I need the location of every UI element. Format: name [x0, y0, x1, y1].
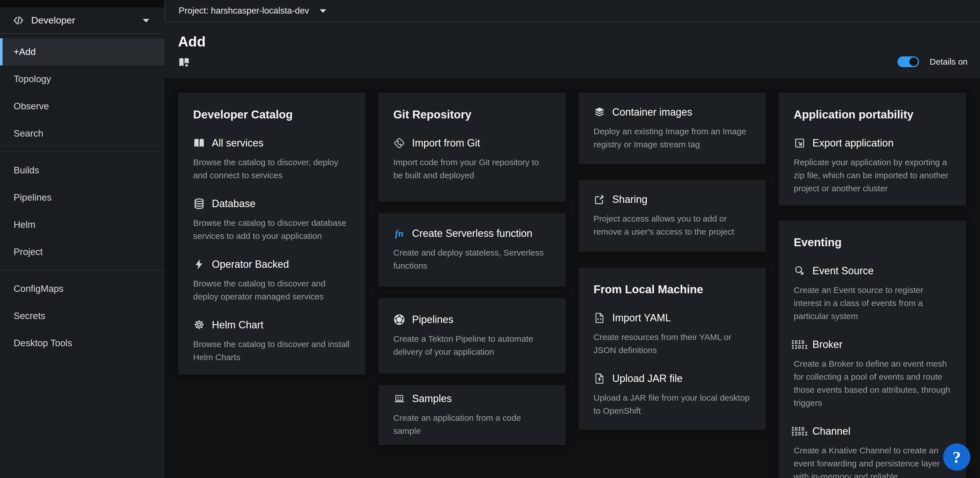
card-title-application-portability: Application portability	[794, 108, 951, 121]
sidebar-item-topology[interactable]: Topology	[0, 65, 164, 93]
cards-column-2: Git Repository Import from Git Import co…	[378, 93, 566, 445]
item-title: Channel	[812, 425, 850, 437]
question-icon: ?	[953, 448, 961, 467]
item-samples[interactable]: Samples Create an application from a cod…	[393, 393, 551, 437]
project-switcher[interactable]: Project: harshcasper-localsta-dev	[179, 5, 329, 17]
database-icon	[193, 198, 205, 210]
item-title: Samples	[412, 393, 452, 405]
item-import-from-git[interactable]: Import from Git Import code from your Gi…	[393, 137, 551, 182]
item-upload-jar-file[interactable]: Upload JAR file Upload a JAR file from y…	[593, 373, 751, 418]
file-code-icon	[593, 312, 605, 324]
card-title-git-repository: Git Repository	[393, 108, 551, 121]
item-title: Import from Git	[412, 137, 480, 149]
item-operator-backed[interactable]: Operator Backed Browse the catalog to di…	[193, 259, 350, 303]
item-import-yaml[interactable]: Import YAML Create resources from their …	[593, 312, 751, 357]
item-title: Database	[212, 198, 256, 210]
page-header: Add Details on	[164, 22, 980, 78]
add-cards-grid: Developer Catalog All services Browse th…	[164, 78, 980, 478]
sidebar-item-project[interactable]: Project	[0, 238, 164, 265]
item-database[interactable]: Database Browse the catalog to discover …	[193, 198, 350, 243]
card-eventing: Eventing Event Source Create an Event so…	[779, 221, 966, 478]
card-git-repository: Git Repository Import from Git Import co…	[378, 93, 566, 202]
page-content: Add Details on Developer Catalog Al	[164, 22, 980, 478]
cards-column-4: Application portability Export applicati…	[779, 93, 966, 478]
item-broker[interactable]: IOIO IIOII Broker Create a Broker to def…	[794, 338, 951, 410]
binary-icon: IOIO IIOII	[794, 425, 806, 437]
item-container-images[interactable]: Container images Deploy an existing Imag…	[593, 106, 751, 151]
project-switcher-label: Project: harshcasper-localsta-dev	[179, 6, 309, 16]
sidebar-top-strip	[0, 0, 164, 7]
item-title: Pipelines	[412, 314, 453, 326]
item-helm-chart[interactable]: ☸ Helm Chart Browse the catalog to disco…	[193, 319, 350, 364]
item-description: Browse the catalog to discover, deploy a…	[193, 156, 350, 182]
item-description: Upload a JAR file from your local deskto…	[593, 391, 751, 418]
sidebar-item-builds[interactable]: Builds	[0, 157, 164, 184]
item-description: Create resources from their YAML or JSON…	[593, 331, 751, 357]
helm-icon: ☸	[193, 319, 205, 331]
nav-group-main: +Add Topology Observe Search	[0, 34, 164, 152]
item-event-source[interactable]: Event Source Create an Event source to r…	[794, 265, 951, 323]
card-application-portability: Application portability Export applicati…	[779, 93, 966, 206]
layers-icon	[593, 106, 605, 118]
item-title: Broker	[812, 338, 842, 351]
details-toggle-knob	[909, 57, 918, 66]
sidebar-item-secrets[interactable]: Secrets	[0, 302, 164, 330]
nav-group-config: ConfigMaps Secrets Desktop Tools	[0, 270, 164, 361]
item-all-services[interactable]: All services Browse the catalog to disco…	[193, 137, 350, 182]
sidebar-item-search[interactable]: Search	[0, 120, 164, 147]
sidebar-item-configmaps[interactable]: ConfigMaps	[0, 275, 164, 302]
perspective-switcher[interactable]: Developer	[0, 7, 164, 34]
file-upload-icon	[593, 373, 605, 384]
item-title: Event Source	[812, 265, 873, 277]
binary-icon: IOIO IIOII	[794, 338, 806, 351]
item-description: Create a Broker to define an event mesh …	[794, 357, 951, 410]
item-sharing[interactable]: Sharing Project access allows you to add…	[593, 194, 751, 238]
sidebar-item-desktop-tools[interactable]: Desktop Tools	[0, 330, 164, 357]
item-create-serverless-function[interactable]: fn Create Serverless function Create and…	[393, 227, 551, 272]
code-icon	[13, 14, 24, 26]
cards-column-1: Developer Catalog All services Browse th…	[178, 93, 366, 375]
share-icon	[593, 194, 605, 205]
card-title-from-local-machine: From Local Machine	[593, 283, 751, 296]
item-description: Import code from your Git repository to …	[393, 156, 551, 182]
details-toggle-row: Details on	[897, 56, 967, 68]
sidebar: Developer +Add Topology Observe Search B…	[0, 0, 164, 478]
item-title: Sharing	[612, 194, 648, 205]
function-icon: fn	[393, 227, 405, 240]
item-title: Import YAML	[612, 312, 671, 324]
card-title-developer-catalog: Developer Catalog	[193, 108, 350, 121]
item-description: Browse the catalog to discover and insta…	[193, 338, 350, 364]
card-from-local-machine: From Local Machine Import YAML Create re…	[579, 267, 766, 430]
item-description: Create and deploy stateless, Serverless …	[393, 246, 551, 272]
item-export-application[interactable]: Export application Replicate your applic…	[794, 137, 951, 195]
item-channel[interactable]: IOIO IIOII Channel Create a Knative Chan…	[794, 425, 951, 478]
nav-group-resources: Builds Pipelines Helm Project	[0, 152, 164, 270]
topbar: Project: harshcasper-localsta-dev	[164, 0, 980, 22]
details-toggle[interactable]	[897, 56, 919, 67]
item-title: Operator Backed	[212, 259, 289, 270]
event-source-icon	[794, 265, 806, 277]
sidebar-item-add[interactable]: +Add	[0, 38, 164, 65]
item-description: Create a Tekton Pipeline to automate del…	[393, 332, 551, 359]
sidebar-item-observe[interactable]: Observe	[0, 93, 164, 120]
book-plus-icon	[178, 56, 190, 68]
item-pipelines[interactable]: Pipelines Create a Tekton Pipeline to au…	[393, 314, 551, 359]
item-description: Create a Knative Channel to create an ev…	[794, 444, 951, 478]
card-sharing: Sharing Project access allows you to add…	[579, 180, 766, 252]
samples-icon	[393, 393, 405, 405]
perspective-name: Developer	[31, 15, 75, 26]
item-title: Create Serverless function	[412, 227, 532, 240]
sidebar-item-pipelines[interactable]: Pipelines	[0, 184, 164, 211]
help-button[interactable]: ?	[943, 443, 970, 471]
git-icon	[393, 137, 405, 149]
item-title: All services	[212, 137, 263, 149]
bolt-icon	[193, 259, 205, 270]
card-container-images: Container images Deploy an existing Imag…	[579, 93, 766, 164]
item-title: Upload JAR file	[612, 373, 682, 384]
item-title: Export application	[812, 137, 894, 149]
main-area: Project: harshcasper-localsta-dev Add De…	[164, 0, 980, 478]
sidebar-item-helm[interactable]: Helm	[0, 211, 164, 238]
page-title: Add	[178, 33, 205, 50]
item-description: Create an Event source to register inter…	[794, 284, 951, 323]
card-title-eventing: Eventing	[794, 235, 951, 249]
